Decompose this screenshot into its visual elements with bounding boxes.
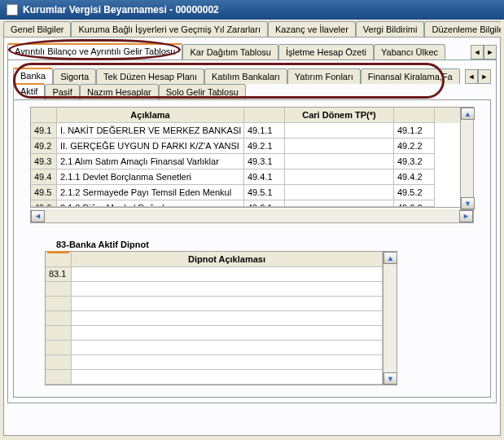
main-grid-head-cari-donem[interactable]: Cari Dönem TP(*): [285, 108, 394, 123]
second-tabs-scroll-right[interactable]: ►: [484, 45, 497, 59]
tab-solo-gelir[interactable]: Solo Gelir Tablosu: [159, 84, 246, 99]
dipnot-grid[interactable]: Dipnot Açıklaması 83.1: [45, 251, 383, 385]
tab-ayrintili-bilanco[interactable]: Ayrıntılı Bilanço ve Ayrıntılı Gelir Tab…: [7, 43, 182, 59]
main-grid-body[interactable]: 49.1I. NAKİT DEĞERLER VE MERKEZ BANKASI4…: [31, 123, 473, 207]
dipnot-scroll-down[interactable]: ▼: [383, 372, 397, 385]
table-row: [46, 326, 383, 341]
tab-yabanci-ulkec[interactable]: Yabancı Ülkec: [374, 44, 445, 59]
tab-nazim-hesaplar[interactable]: Nazım Hesaplar: [80, 84, 159, 99]
main-grid[interactable]: Açıklama Cari Dönem TP(*) 49.1I. NAKİT D…: [30, 107, 474, 208]
dipnot-title: 83-Banka Aktif Dipnot: [56, 240, 474, 249]
table-row: [46, 370, 383, 385]
table-row: [46, 355, 383, 370]
tab-kuruma-bagli[interactable]: Kuruma Bağlı İşyerleri ve Geçmiş Yıl Zar…: [71, 21, 268, 37]
main-grid-hscroll[interactable]: ◄ ►: [30, 209, 474, 223]
dipnot-head-aciklama[interactable]: Dipnot Açıklaması: [72, 252, 383, 267]
dipnot-vscroll[interactable]: ▲ ▼: [383, 251, 397, 385]
table-row: 49.52.1.2 Sermayede Payı Temsil Eden Men…: [31, 185, 473, 200]
window-title: Kurumlar Vergisi Beyannamesi - 00000002: [23, 4, 219, 15]
tab-duzenleme-bilgileri[interactable]: Düzenleme Bilgileri: [424, 21, 501, 37]
tab-kazanc-ilaveler[interactable]: Kazanç ve İlaveler: [268, 21, 356, 37]
main-grid-head-aciklama[interactable]: Açıklama: [57, 108, 244, 123]
tab-isletme-hesap[interactable]: İşletme Hesap Özeti: [278, 44, 374, 59]
third-tabs-row1: Banka Sigorta Tek Düzen Hesap Planı Katı…: [13, 68, 491, 84]
tab-finansal-kiralama[interactable]: Finansal Kiralama,Fa: [361, 68, 460, 84]
table-row: [46, 341, 383, 355]
window-titlebar: Kurumlar Vergisi Beyannamesi - 00000002: [0, 0, 504, 20]
tab-pasif[interactable]: Pasif: [45, 84, 79, 99]
third-tabs-scroll-left[interactable]: ◄: [465, 69, 478, 84]
main-grid-head-b[interactable]: [244, 108, 285, 123]
main-grid-corner: [31, 108, 57, 123]
dipnot-corner: [46, 252, 72, 267]
main-grid-scroll-down[interactable]: ▼: [461, 197, 475, 209]
top-tabs: Genel Bilgiler Kuruma Bağlı İşyerleri ve…: [3, 21, 501, 37]
third-tabs-scroll-right[interactable]: ►: [478, 69, 491, 84]
tab-sigorta[interactable]: Sigorta: [53, 68, 96, 84]
table-row: 49.42.1.1 Devlet Borçlanma Senetleri49.4…: [31, 169, 473, 185]
app-icon: [7, 4, 18, 15]
second-tabs-scroll-left[interactable]: ◄: [471, 45, 484, 59]
tab-kar-dagitim[interactable]: Kar Dağıtım Tablosu: [182, 44, 278, 59]
table-row: 49.1I. NAKİT DEĞERLER VE MERKEZ BANKASI4…: [31, 123, 473, 139]
tab-katilim-bankalari[interactable]: Katılım Bankaları: [204, 68, 287, 84]
main-grid-scroll-up[interactable]: ▲: [461, 108, 475, 120]
table-row: [46, 282, 383, 297]
tab-yatirim-fonlari[interactable]: Yatırım Fonları: [287, 68, 361, 84]
table-row: 49.32.1 Alım Satım Amaçlı Finansal Varlı…: [31, 154, 473, 169]
tab-vergi-bildirimi[interactable]: Vergi Bildirimi: [356, 21, 425, 37]
main-grid-hscroll-track[interactable]: [45, 210, 459, 222]
main-grid-scroll-left[interactable]: ◄: [31, 210, 45, 222]
tab-banka[interactable]: Banka: [13, 68, 53, 84]
main-grid-scroll-right[interactable]: ►: [459, 210, 473, 222]
table-row: [46, 297, 383, 311]
table-row: [46, 311, 383, 326]
table-row: 83.1: [46, 267, 383, 282]
tab-aktif[interactable]: Aktif: [13, 83, 45, 99]
dipnot-scroll-up[interactable]: ▲: [383, 252, 397, 264]
tab-tek-duzen[interactable]: Tek Düzen Hesap Planı: [96, 68, 204, 84]
table-row: 49.62.1.3 Diğer Menkul Değerler49.6.149.…: [31, 200, 473, 207]
third-tabs-row2: Aktif Pasif Nazım Hesaplar Solo Gelir Ta…: [13, 83, 491, 99]
tab-genel-bilgiler[interactable]: Genel Bilgiler: [3, 21, 71, 37]
second-tabs: Ayrıntılı Bilanço ve Ayrıntılı Gelir Tab…: [7, 43, 497, 59]
table-row: 49.2II. GERÇEĞE UYGUN D FARKI K/Z'A YANS…: [31, 139, 473, 154]
main-grid-head-d[interactable]: [394, 108, 435, 123]
